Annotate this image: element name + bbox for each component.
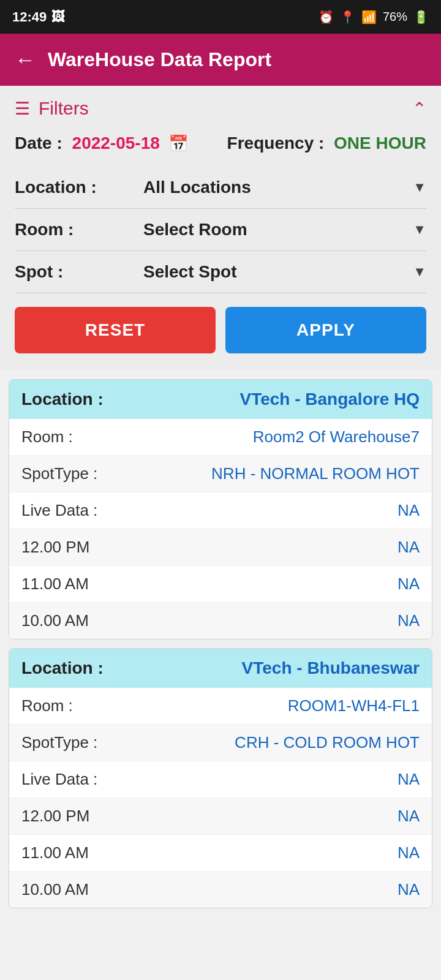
row-value: CRH - COLD ROOM HOT — [235, 733, 420, 752]
row-label: SpotType : — [21, 733, 97, 752]
table-row: Live Data :NA — [9, 492, 432, 529]
table-row: SpotType :CRH - COLD ROOM HOT — [9, 725, 432, 761]
photo-icon: 🖼 — [51, 9, 65, 25]
card-header-1: Location :VTech - Bhubaneswar — [9, 649, 432, 688]
date-freq-row: Date : 2022-05-18 📅 Frequency : ONE HOUR — [15, 134, 426, 153]
row-value: NA — [398, 843, 420, 862]
table-row: Room :Room2 Of Warehouse7 — [9, 419, 432, 456]
table-row: 12.00 PMNA — [9, 798, 432, 835]
row-label: Live Data : — [21, 770, 97, 789]
location-filter-row: Location : All Locations ▼ — [15, 167, 426, 209]
filter-buttons: RESET APPLY — [15, 307, 426, 357]
filters-label: Filters — [39, 98, 89, 119]
spot-label: Spot : — [15, 262, 143, 282]
card-location-value: VTech - Bhubaneswar — [242, 658, 420, 678]
data-card-0: Location :VTech - Bangalore HQRoom :Room… — [9, 379, 432, 639]
table-row: Live Data :NA — [9, 761, 432, 798]
row-value: NA — [398, 770, 420, 789]
spot-dropdown-arrow: ▼ — [413, 264, 426, 280]
row-value: NA — [398, 538, 420, 557]
battery-icon: 🔋 — [413, 10, 429, 24]
freq-group: Frequency : ONE HOUR — [227, 134, 426, 153]
chevron-up-icon[interactable]: ⌃ — [412, 99, 426, 119]
row-value: Room2 Of Warehouse7 — [253, 428, 420, 447]
card-location-label: Location : — [21, 658, 104, 678]
location-dropdown-arrow: ▼ — [413, 179, 426, 195]
room-filter-row: Room : Select Room ▼ — [15, 209, 426, 251]
card-header-0: Location :VTech - Bangalore HQ — [9, 380, 432, 419]
app-header: ← WareHouse Data Report — [0, 34, 441, 86]
table-row: Room :ROOM1-WH4-FL1 — [9, 688, 432, 725]
row-value: NA — [398, 880, 420, 899]
filter-icon: ☰ — [15, 99, 30, 119]
filters-header: ☰ Filters ⌃ — [15, 98, 426, 119]
alarm-icon: ⏰ — [318, 10, 334, 24]
battery-text: 76% — [383, 10, 407, 24]
location-dropdown[interactable]: All Locations ▼ — [143, 178, 426, 197]
date-group: Date : 2022-05-18 📅 — [15, 134, 188, 153]
row-value: ROOM1-WH4-FL1 — [288, 696, 420, 715]
row-label: SpotType : — [21, 464, 97, 483]
table-row: 10.00 AMNA — [9, 603, 432, 639]
room-dropdown[interactable]: Select Room ▼ — [143, 220, 426, 239]
row-value: NA — [398, 501, 420, 520]
row-label: 10.00 AM — [21, 880, 89, 899]
filters-section: ☰ Filters ⌃ Date : 2022-05-18 📅 Frequenc… — [0, 86, 441, 369]
spot-value: Select Spot — [143, 262, 236, 282]
status-bar: 12:49 🖼 ⏰ 📍 📶 76% 🔋 — [0, 0, 441, 34]
location-label: Location : — [15, 178, 143, 197]
row-value: NRH - NORMAL ROOM HOT — [211, 464, 420, 483]
card-location-value: VTech - Bangalore HQ — [239, 390, 420, 409]
row-label: 10.00 AM — [21, 611, 89, 630]
table-row: 10.00 AMNA — [9, 872, 432, 908]
location-icon: 📍 — [340, 10, 355, 24]
apply-button[interactable]: APPLY — [225, 307, 426, 353]
card-location-label: Location : — [21, 390, 104, 409]
row-value: NA — [398, 575, 420, 594]
row-label: 12.00 PM — [21, 538, 89, 557]
status-time: 12:49 🖼 — [12, 9, 65, 25]
calendar-icon[interactable]: 📅 — [168, 134, 188, 153]
row-label: 11.00 AM — [21, 843, 89, 862]
page-title: WareHouse Data Report — [48, 48, 271, 71]
status-icons: ⏰ 📍 📶 76% 🔋 — [318, 10, 429, 24]
data-card-1: Location :VTech - BhubaneswarRoom :ROOM1… — [9, 648, 432, 908]
data-cards: Location :VTech - Bangalore HQRoom :Room… — [0, 369, 441, 918]
wifi-icon: 📶 — [361, 10, 377, 24]
row-label: 11.00 AM — [21, 575, 89, 594]
room-label: Room : — [15, 220, 143, 239]
room-value: Select Room — [143, 220, 247, 239]
location-value: All Locations — [143, 178, 251, 197]
table-row: SpotType :NRH - NORMAL ROOM HOT — [9, 456, 432, 492]
row-value: NA — [398, 611, 420, 630]
row-label: 12.00 PM — [21, 807, 89, 826]
reset-button[interactable]: RESET — [15, 307, 216, 353]
back-button[interactable]: ← — [15, 48, 36, 72]
spot-filter-row: Spot : Select Spot ▼ — [15, 251, 426, 293]
table-row: 12.00 PMNA — [9, 529, 432, 566]
table-row: 11.00 AMNA — [9, 835, 432, 872]
room-dropdown-arrow: ▼ — [413, 222, 426, 238]
row-label: Live Data : — [21, 501, 97, 520]
table-row: 11.00 AMNA — [9, 566, 432, 603]
row-value: NA — [398, 807, 420, 826]
filters-title-group: ☰ Filters — [15, 98, 89, 119]
spot-dropdown[interactable]: Select Spot ▼ — [143, 262, 426, 282]
row-label: Room : — [21, 428, 73, 447]
row-label: Room : — [21, 696, 73, 715]
